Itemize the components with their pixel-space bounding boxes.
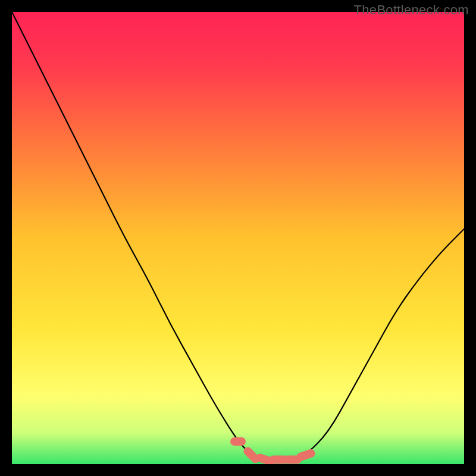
chart-svg: [12, 12, 464, 464]
watermark-label: TheBottleneck.com: [354, 2, 469, 18]
curve-marker: [301, 453, 311, 457]
chart-frame: TheBottleneck.com: [0, 0, 476, 476]
curve-marker: [260, 458, 270, 462]
gradient-background: [12, 12, 464, 464]
curve-marker: [248, 451, 255, 459]
chart-plot-area: [12, 12, 464, 464]
